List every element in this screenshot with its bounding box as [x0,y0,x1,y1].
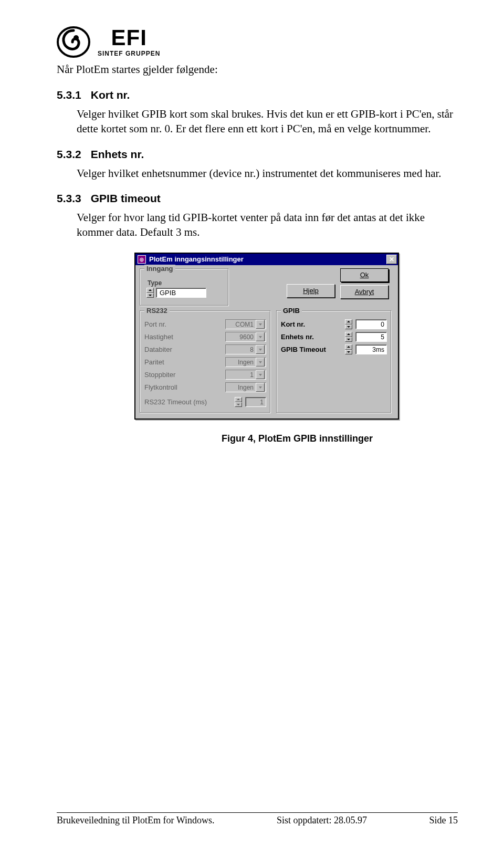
group-inngang: Inngang Type GPIB [140,268,229,306]
rs232-hastighet-label: Hastighet [144,333,222,341]
rs232-stoppbiter-label: Stoppbiter [144,371,222,379]
gpib-timeout-value[interactable]: 3ms [355,344,387,354]
gpib-timeout-label: GPIB Timeout [281,346,342,353]
gpib-timeout-spinner[interactable] [345,344,352,354]
rs232-paritet-combo[interactable]: Ingen [225,357,266,367]
heading-num: 5.3.2 [57,148,81,161]
heading-title: Kort nr. [91,89,130,101]
logo: EFI SINTEF GRUPPEN [57,26,460,58]
heading-title: Enhets nr. [91,148,144,161]
ok-button[interactable]: Ok [340,268,388,282]
logo-big: EFI [111,27,147,49]
dialog-mid-row: RS232 Port nr. COM1 Hastighet 9600 Datab… [140,310,394,413]
rs232-timeout-value[interactable]: 1 [245,397,266,407]
group-rs232: RS232 Port nr. COM1 Hastighet 9600 Datab… [140,310,271,413]
rs232-hastighet-combo[interactable]: 9600 [225,332,266,342]
gpib-kort-spinner[interactable] [345,319,352,329]
rs232-port-row: Port nr. COM1 [144,318,266,331]
logo-sub: SINTEF GRUPPEN [98,50,160,57]
gpib-enhets-spinner[interactable] [345,332,352,342]
svg-point-1 [74,35,79,40]
close-button[interactable]: ✕ [386,255,397,264]
rs232-flyt-row: Flytkontroll Ingen [144,381,266,394]
dialog-figure: ◎ PlotEm inngangsinnstillinger ✕ Inngang… [134,253,460,444]
titlebar-left: ◎ PlotEm inngangsinnstillinger [138,255,244,264]
heading-num: 5.3.1 [57,89,81,101]
heading-5-3-1: 5.3.1 Kort nr. [57,89,460,101]
gpib-enhets-value[interactable]: 5 [355,332,387,342]
page-footer: Brukeveiledning til PlotEm for Windows. … [57,812,458,826]
rs232-databiter-label: Databiter [144,346,222,353]
heading-5-3-3: 5.3.3 GPIB timeout [57,192,460,205]
gpib-timeout-row: GPIB Timeout 3ms [281,343,387,356]
body-5-3-2: Velger hvilket enhetsnummer (device nr.)… [77,166,460,181]
gpib-kort-row: Kort nr. 0 [281,318,387,331]
help-button-col: Hjelp [287,268,335,298]
rs232-paritet-label: Paritet [144,358,222,366]
footer-mid: Sist oppdatert: 28.05.97 [277,815,367,826]
gpib-enhets-label: Enhets nr. [281,333,342,341]
group-gpib: GPIB Kort nr. 0 Enhets nr. 5 GPIB T [276,310,392,413]
logo-text: EFI SINTEF GRUPPEN [98,27,160,57]
rs232-paritet-row: Paritet Ingen [144,356,266,369]
heading-title: GPIB timeout [91,192,161,205]
system-menu-icon[interactable]: ◎ [138,255,146,264]
rs232-databiter-combo[interactable]: 8 [225,344,266,354]
type-spinner[interactable] [146,288,154,298]
gpib-kort-label: Kort nr. [281,320,342,328]
rs232-flyt-label: Flytkontroll [144,383,222,391]
rs232-stoppbiter-row: Stoppbiter 1 [144,369,266,381]
type-label: Type [148,279,206,287]
rs232-timeout-label: RS232 Timeout (ms) [144,398,232,406]
cancel-button[interactable]: Avbryt [340,285,388,299]
heading-5-3-2: 5.3.2 Enhets nr. [57,148,460,161]
rs232-hastighet-row: Hastighet 9600 [144,331,266,343]
figure-caption: Figur 4, PlotEm GPIB innstillinger [134,433,460,444]
rs232-flyt-combo[interactable]: Ingen [225,382,266,392]
intro-text: Når PlotEm startes gjelder følgende: [57,63,460,76]
logo-swirl-icon [57,26,90,58]
rs232-databiter-row: Databiter 8 [144,343,266,356]
group-gpib-title: GPIB [281,307,302,315]
rs232-timeout-spinner[interactable] [235,397,242,407]
gpib-kort-value[interactable]: 0 [355,319,387,329]
body-5-3-1: Velger hvilket GPIB kort som skal brukes… [77,107,460,137]
titlebar: ◎ PlotEm inngangsinnstillinger ✕ [135,254,398,265]
rs232-port-label: Port nr. [144,320,222,328]
window-title: PlotEm inngangsinnstillinger [149,255,244,263]
dialog-top-row: Inngang Type GPIB [140,268,394,306]
rs232-timeout-row: RS232 Timeout (ms) 1 [144,396,266,409]
dialog-body: Inngang Type GPIB [135,265,398,419]
group-rs232-title: RS232 [144,307,170,315]
footer-left: Brukeveiledning til PlotEm for Windows. [57,815,214,826]
heading-num: 5.3.3 [57,192,81,205]
rs232-stoppbiter-combo[interactable]: 1 [225,370,266,380]
body-5-3-3: Velger for hvor lang tid GPIB-kortet ven… [77,210,460,240]
ok-cancel-col: Ok Avbryt [340,268,388,299]
rs232-port-combo[interactable]: COM1 [225,319,266,329]
help-button[interactable]: Hjelp [287,284,335,298]
document-page: EFI SINTEF GRUPPEN Når PlotEm startes gj… [0,0,504,847]
group-inngang-title: Inngang [144,265,175,273]
footer-divider [57,812,458,813]
type-value[interactable]: GPIB [156,288,206,298]
gpib-enhets-row: Enhets nr. 5 [281,331,387,343]
footer-right: Side 15 [429,815,458,826]
dialog-window: ◎ PlotEm inngangsinnstillinger ✕ Inngang… [134,253,399,420]
